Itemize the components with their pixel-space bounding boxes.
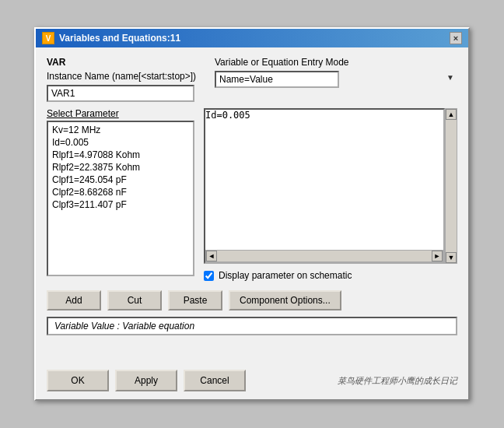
- param-item-0[interactable]: Kv=12 MHz: [50, 124, 191, 136]
- paste-button[interactable]: Paste: [168, 290, 222, 310]
- equation-box: Id=0.005 ◄ ►: [204, 108, 445, 264]
- h-scroll-track: [217, 251, 432, 261]
- instance-label: Instance Name (name[<start:stop>]): [47, 71, 202, 82]
- watermark-text: 菜鸟硬件工程师小鹰的成长日记: [338, 375, 457, 387]
- instance-input[interactable]: [47, 85, 194, 102]
- equation-section: Id=0.005 ◄ ► ▲ ▼: [204, 108, 457, 281]
- entry-mode-select[interactable]: Name=Value Expression Equation: [215, 71, 339, 88]
- cut-button[interactable]: Cut: [107, 290, 162, 310]
- param-item-5[interactable]: Clpf2=8.68268 nF: [50, 186, 191, 198]
- param-list-section: Select Parameter Kv=12 MHz Id=0.005 Rlpf…: [47, 108, 194, 281]
- h-scroll-right[interactable]: ►: [432, 251, 443, 261]
- param-item-6[interactable]: Clpf3=211.407 pF: [50, 198, 191, 211]
- top-row: VAR Instance Name (name[<start:stop>]) V…: [47, 57, 457, 102]
- param-item-4[interactable]: Clpf1=245.054 pF: [50, 174, 191, 186]
- display-checkbox-row: Display parameter on schematic: [204, 270, 457, 281]
- scroll-down-btn[interactable]: ▼: [446, 252, 457, 263]
- ok-button[interactable]: OK: [47, 370, 109, 391]
- equation-textarea[interactable]: Id=0.005: [205, 110, 443, 250]
- close-button[interactable]: ×: [450, 32, 462, 44]
- display-checkbox-label: Display parameter on schematic: [219, 270, 352, 281]
- bottom-buttons: OK Apply Cancel 菜鸟硬件工程师小鹰的成长日记: [36, 365, 468, 399]
- display-checkbox[interactable]: [204, 271, 214, 281]
- dialog-body: VAR Instance Name (name[<start:stop>]) V…: [36, 47, 468, 365]
- right-section: Variable or Equation Entry Mode Name=Val…: [215, 57, 457, 88]
- param-item-1[interactable]: Id=0.005: [50, 136, 191, 149]
- add-button[interactable]: Add: [47, 290, 101, 310]
- h-scrollbar[interactable]: ◄ ►: [205, 250, 443, 262]
- h-scroll-left[interactable]: ◄: [206, 251, 217, 261]
- parameter-list[interactable]: Kv=12 MHz Id=0.005 Rlpf1=4.97088 Kohm Rl…: [47, 121, 194, 276]
- title-bar-left: V Variables and Equations:11: [42, 32, 180, 44]
- scroll-up-btn[interactable]: ▲: [446, 109, 457, 120]
- component-options-button[interactable]: Component Options...: [229, 290, 341, 310]
- cancel-button[interactable]: Cancel: [184, 370, 246, 391]
- status-bar: Variable Value : Variable equation: [47, 317, 457, 335]
- dialog-icon: V: [42, 32, 54, 44]
- apply-button[interactable]: Apply: [115, 370, 177, 391]
- var-label: VAR: [47, 57, 202, 68]
- scroll-track: [446, 120, 457, 252]
- status-text: Variable Value : Variable equation: [54, 321, 194, 332]
- action-buttons-row: Add Cut Paste Component Options...: [47, 290, 457, 310]
- entry-mode-label: Variable or Equation Entry Mode: [215, 57, 457, 68]
- left-section: VAR Instance Name (name[<start:stop>]): [47, 57, 202, 102]
- select-parameter-label: Select Parameter: [47, 108, 194, 119]
- dialog-title: Variables and Equations:11: [59, 33, 180, 44]
- variables-equations-dialog: V Variables and Equations:11 × VAR Insta…: [34, 27, 470, 401]
- equation-box-container: Id=0.005 ◄ ► ▲ ▼: [204, 108, 457, 264]
- title-bar: V Variables and Equations:11 ×: [36, 29, 468, 47]
- entry-mode-wrapper: Name=Value Expression Equation: [215, 71, 457, 88]
- param-item-2[interactable]: Rlpf1=4.97088 Kohm: [50, 149, 191, 161]
- v-scrollbar[interactable]: ▲ ▼: [445, 108, 457, 264]
- middle-row: Select Parameter Kv=12 MHz Id=0.005 Rlpf…: [47, 108, 457, 281]
- param-item-3[interactable]: Rlpf2=22.3875 Kohm: [50, 161, 191, 174]
